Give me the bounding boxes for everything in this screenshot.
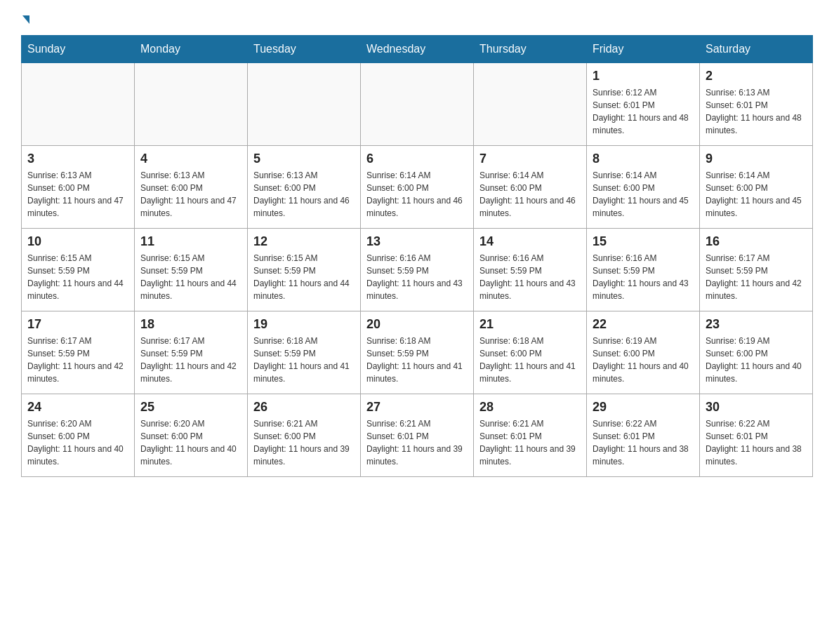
calendar-day-cell: 19Sunrise: 6:18 AM Sunset: 5:59 PM Dayli… bbox=[248, 311, 361, 394]
calendar-day-cell: 3Sunrise: 6:13 AM Sunset: 6:00 PM Daylig… bbox=[22, 146, 135, 229]
calendar-week-row: 17Sunrise: 6:17 AM Sunset: 5:59 PM Dayli… bbox=[22, 311, 813, 394]
day-of-week-header: Wednesday bbox=[361, 36, 474, 63]
day-info: Sunrise: 6:16 AM Sunset: 5:59 PM Dayligh… bbox=[593, 252, 694, 302]
day-info: Sunrise: 6:21 AM Sunset: 6:01 PM Dayligh… bbox=[479, 417, 581, 468]
day-info: Sunrise: 6:13 AM Sunset: 6:00 PM Dayligh… bbox=[140, 169, 241, 220]
day-number: 16 bbox=[706, 234, 807, 249]
calendar-week-row: 24Sunrise: 6:20 AM Sunset: 6:00 PM Dayli… bbox=[22, 394, 813, 477]
day-info: Sunrise: 6:17 AM Sunset: 5:59 PM Dayligh… bbox=[706, 252, 807, 302]
calendar-day-cell: 15Sunrise: 6:16 AM Sunset: 5:59 PM Dayli… bbox=[587, 229, 700, 311]
day-number: 5 bbox=[253, 152, 355, 166]
calendar-day-cell: 11Sunrise: 6:15 AM Sunset: 5:59 PM Dayli… bbox=[135, 229, 248, 311]
day-info: Sunrise: 6:19 AM Sunset: 6:00 PM Dayligh… bbox=[593, 335, 694, 385]
day-number: 7 bbox=[479, 152, 581, 166]
calendar-week-row: 3Sunrise: 6:13 AM Sunset: 6:00 PM Daylig… bbox=[22, 146, 813, 229]
day-number: 15 bbox=[593, 234, 694, 249]
day-info: Sunrise: 6:15 AM Sunset: 5:59 PM Dayligh… bbox=[140, 252, 241, 302]
day-info: Sunrise: 6:12 AM Sunset: 6:01 PM Dayligh… bbox=[593, 86, 694, 137]
calendar-day-cell: 16Sunrise: 6:17 AM Sunset: 5:59 PM Dayli… bbox=[700, 229, 813, 311]
calendar-day-cell: 20Sunrise: 6:18 AM Sunset: 5:59 PM Dayli… bbox=[361, 311, 474, 394]
day-info: Sunrise: 6:21 AM Sunset: 6:00 PM Dayligh… bbox=[253, 417, 355, 468]
calendar-day-cell: 8Sunrise: 6:14 AM Sunset: 6:00 PM Daylig… bbox=[587, 146, 700, 229]
calendar-day-cell: 1Sunrise: 6:12 AM Sunset: 6:01 PM Daylig… bbox=[587, 63, 700, 146]
day-of-week-header: Tuesday bbox=[248, 36, 361, 63]
day-info: Sunrise: 6:13 AM Sunset: 6:00 PM Dayligh… bbox=[253, 169, 355, 220]
day-number: 13 bbox=[366, 234, 468, 249]
day-number: 21 bbox=[479, 317, 581, 332]
day-number: 1 bbox=[593, 69, 694, 83]
calendar-day-cell bbox=[22, 63, 135, 146]
day-info: Sunrise: 6:18 AM Sunset: 6:00 PM Dayligh… bbox=[479, 335, 581, 385]
calendar-day-cell: 2Sunrise: 6:13 AM Sunset: 6:01 PM Daylig… bbox=[700, 63, 813, 146]
calendar-day-cell: 6Sunrise: 6:14 AM Sunset: 6:00 PM Daylig… bbox=[361, 146, 474, 229]
day-info: Sunrise: 6:13 AM Sunset: 6:00 PM Dayligh… bbox=[27, 169, 128, 220]
calendar-day-cell: 26Sunrise: 6:21 AM Sunset: 6:00 PM Dayli… bbox=[248, 394, 361, 477]
day-info: Sunrise: 6:20 AM Sunset: 6:00 PM Dayligh… bbox=[27, 417, 128, 468]
day-number: 29 bbox=[593, 400, 694, 415]
day-info: Sunrise: 6:16 AM Sunset: 5:59 PM Dayligh… bbox=[366, 252, 468, 302]
day-number: 4 bbox=[140, 152, 241, 166]
day-number: 28 bbox=[479, 400, 581, 415]
page-header bbox=[21, 14, 813, 21]
calendar-day-cell: 28Sunrise: 6:21 AM Sunset: 6:01 PM Dayli… bbox=[474, 394, 587, 477]
calendar-day-cell: 22Sunrise: 6:19 AM Sunset: 6:00 PM Dayli… bbox=[587, 311, 700, 394]
day-info: Sunrise: 6:17 AM Sunset: 5:59 PM Dayligh… bbox=[140, 335, 241, 385]
day-number: 23 bbox=[706, 317, 807, 332]
calendar-day-cell: 13Sunrise: 6:16 AM Sunset: 5:59 PM Dayli… bbox=[361, 229, 474, 311]
calendar-day-cell: 30Sunrise: 6:22 AM Sunset: 6:01 PM Dayli… bbox=[700, 394, 813, 477]
day-number: 25 bbox=[140, 400, 241, 415]
day-number: 8 bbox=[593, 152, 694, 166]
day-info: Sunrise: 6:13 AM Sunset: 6:01 PM Dayligh… bbox=[706, 86, 807, 137]
calendar-day-cell: 18Sunrise: 6:17 AM Sunset: 5:59 PM Dayli… bbox=[135, 311, 248, 394]
day-info: Sunrise: 6:16 AM Sunset: 5:59 PM Dayligh… bbox=[479, 252, 581, 302]
calendar-table: SundayMondayTuesdayWednesdayThursdayFrid… bbox=[21, 35, 813, 477]
calendar-week-row: 10Sunrise: 6:15 AM Sunset: 5:59 PM Dayli… bbox=[22, 229, 813, 311]
calendar-day-cell: 14Sunrise: 6:16 AM Sunset: 5:59 PM Dayli… bbox=[474, 229, 587, 311]
day-number: 14 bbox=[479, 234, 581, 249]
calendar-day-cell bbox=[474, 63, 587, 146]
day-number: 2 bbox=[706, 69, 807, 83]
day-info: Sunrise: 6:14 AM Sunset: 6:00 PM Dayligh… bbox=[593, 169, 694, 220]
day-info: Sunrise: 6:15 AM Sunset: 5:59 PM Dayligh… bbox=[253, 252, 355, 302]
day-info: Sunrise: 6:22 AM Sunset: 6:01 PM Dayligh… bbox=[593, 417, 694, 468]
day-info: Sunrise: 6:17 AM Sunset: 5:59 PM Dayligh… bbox=[27, 335, 128, 385]
calendar-day-cell: 4Sunrise: 6:13 AM Sunset: 6:00 PM Daylig… bbox=[135, 146, 248, 229]
calendar-day-cell: 21Sunrise: 6:18 AM Sunset: 6:00 PM Dayli… bbox=[474, 311, 587, 394]
calendar-day-cell: 9Sunrise: 6:14 AM Sunset: 6:00 PM Daylig… bbox=[700, 146, 813, 229]
logo bbox=[21, 14, 29, 21]
day-number: 11 bbox=[140, 234, 241, 249]
day-number: 9 bbox=[706, 152, 807, 166]
calendar-day-cell: 29Sunrise: 6:22 AM Sunset: 6:01 PM Dayli… bbox=[587, 394, 700, 477]
day-number: 20 bbox=[366, 317, 468, 332]
day-number: 10 bbox=[27, 234, 128, 249]
calendar-day-cell: 17Sunrise: 6:17 AM Sunset: 5:59 PM Dayli… bbox=[22, 311, 135, 394]
day-number: 17 bbox=[27, 317, 128, 332]
calendar-day-cell bbox=[248, 63, 361, 146]
calendar-day-cell: 7Sunrise: 6:14 AM Sunset: 6:00 PM Daylig… bbox=[474, 146, 587, 229]
calendar-day-cell: 25Sunrise: 6:20 AM Sunset: 6:00 PM Dayli… bbox=[135, 394, 248, 477]
day-info: Sunrise: 6:19 AM Sunset: 6:00 PM Dayligh… bbox=[706, 335, 807, 385]
day-of-week-header: Saturday bbox=[700, 36, 813, 63]
day-info: Sunrise: 6:20 AM Sunset: 6:00 PM Dayligh… bbox=[140, 417, 241, 468]
day-info: Sunrise: 6:22 AM Sunset: 6:01 PM Dayligh… bbox=[706, 417, 807, 468]
day-of-week-header: Monday bbox=[135, 36, 248, 63]
day-info: Sunrise: 6:18 AM Sunset: 5:59 PM Dayligh… bbox=[253, 335, 355, 385]
day-info: Sunrise: 6:14 AM Sunset: 6:00 PM Dayligh… bbox=[706, 169, 807, 220]
day-info: Sunrise: 6:18 AM Sunset: 5:59 PM Dayligh… bbox=[366, 335, 468, 385]
day-number: 19 bbox=[253, 317, 355, 332]
day-info: Sunrise: 6:21 AM Sunset: 6:01 PM Dayligh… bbox=[366, 417, 468, 468]
day-number: 24 bbox=[27, 400, 128, 415]
day-number: 22 bbox=[593, 317, 694, 332]
logo-general-text bbox=[21, 14, 29, 24]
day-number: 30 bbox=[706, 400, 807, 415]
day-number: 27 bbox=[366, 400, 468, 415]
day-of-week-header: Friday bbox=[587, 36, 700, 63]
day-number: 12 bbox=[253, 234, 355, 249]
day-number: 6 bbox=[366, 152, 468, 166]
calendar-day-cell: 10Sunrise: 6:15 AM Sunset: 5:59 PM Dayli… bbox=[22, 229, 135, 311]
calendar-week-row: 1Sunrise: 6:12 AM Sunset: 6:01 PM Daylig… bbox=[22, 63, 813, 146]
day-number: 18 bbox=[140, 317, 241, 332]
calendar-day-cell bbox=[135, 63, 248, 146]
day-info: Sunrise: 6:14 AM Sunset: 6:00 PM Dayligh… bbox=[366, 169, 468, 220]
day-number: 26 bbox=[253, 400, 355, 415]
